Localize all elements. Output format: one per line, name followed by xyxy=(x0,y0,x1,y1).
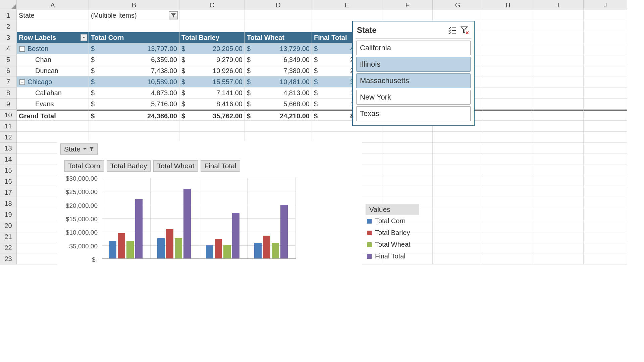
row-header-22[interactable]: 22 xyxy=(0,242,17,253)
row-header-14[interactable]: 14 xyxy=(0,154,17,165)
pivot-cell[interactable]: $6,349.00 xyxy=(245,54,312,65)
pivot-row-label[interactable]: −Chicago xyxy=(17,76,89,87)
col-header-A[interactable]: A xyxy=(17,0,89,10)
row-header-9[interactable]: 9 xyxy=(0,99,17,110)
pivot-cell[interactable]: $7,380.00 xyxy=(245,65,312,76)
chart-series-button[interactable]: Final Total xyxy=(201,160,240,172)
pivot-cell[interactable]: $10,589.00 xyxy=(89,76,179,87)
bar[interactable] xyxy=(166,229,173,258)
bar[interactable] xyxy=(254,243,262,258)
header-total-barley[interactable]: Total Barley xyxy=(179,32,245,43)
row-header-16[interactable]: 16 xyxy=(0,176,17,187)
row-header-11[interactable]: 11 xyxy=(0,121,17,132)
bar[interactable] xyxy=(157,238,165,258)
grand-corn[interactable]: $24,386.00 xyxy=(89,110,179,121)
row-header-19[interactable]: 19 xyxy=(0,209,17,220)
row-header-20[interactable]: 20 xyxy=(0,220,17,231)
row-header-1[interactable]: 1 xyxy=(0,10,17,21)
pivot-cell[interactable]: $5,668.00 xyxy=(245,99,312,110)
pivot-filter-field[interactable]: State xyxy=(17,10,89,21)
bar[interactable] xyxy=(118,233,125,258)
col-header-C[interactable]: C xyxy=(179,0,245,10)
pivot-filter-value[interactable]: (Multiple Items) xyxy=(89,10,179,21)
col-header-H[interactable]: H xyxy=(483,0,533,10)
slicer-item-massachusetts[interactable]: Massachusetts xyxy=(356,73,471,88)
pivot-cell[interactable]: $10,481.00 xyxy=(245,76,312,87)
bar[interactable] xyxy=(272,243,279,258)
row-header-21[interactable]: 21 xyxy=(0,231,17,242)
col-header-G[interactable]: G xyxy=(433,0,483,10)
row-header-23[interactable]: 23 xyxy=(0,253,17,264)
chart-filter-state[interactable]: State xyxy=(60,143,98,155)
row-header-12[interactable]: 12 xyxy=(0,132,17,143)
pivot-cell[interactable]: $20,205.00 xyxy=(179,43,245,54)
pivot-cell[interactable]: $13,729.00 xyxy=(245,43,312,54)
bar[interactable] xyxy=(263,236,270,258)
bar[interactable] xyxy=(109,241,116,258)
row-header-6[interactable]: 6 xyxy=(0,65,17,76)
bar[interactable] xyxy=(175,238,182,258)
chart-series-button[interactable]: Total Corn xyxy=(64,160,104,172)
collapse-icon[interactable]: − xyxy=(19,46,25,52)
bar[interactable] xyxy=(206,245,213,258)
pivot-row-label[interactable]: Callahan xyxy=(17,87,89,99)
header-total-corn[interactable]: Total Corn xyxy=(89,32,179,43)
slicer-item-illinois[interactable]: Illinois xyxy=(356,57,471,72)
header-total-wheat[interactable]: Total Wheat xyxy=(245,32,312,43)
filter-dropdown-icon[interactable] xyxy=(169,11,178,19)
bar[interactable] xyxy=(215,239,222,258)
row-header-15[interactable]: 15 xyxy=(0,165,17,176)
clear-filter-icon[interactable] xyxy=(460,25,470,35)
chart-plot-area[interactable]: $30,000.00$25,000.00$20,000.00$15,000.00… xyxy=(64,175,296,265)
col-header-I[interactable]: I xyxy=(533,0,584,10)
pivot-cell[interactable]: $8,416.00 xyxy=(179,99,245,110)
row-header-4[interactable]: 4 xyxy=(0,43,17,54)
bar[interactable] xyxy=(126,241,134,258)
pivot-cell[interactable]: $6,359.00 xyxy=(89,54,179,65)
multi-select-icon[interactable] xyxy=(447,25,457,35)
slicer-item-california[interactable]: California xyxy=(356,41,471,55)
collapse-icon[interactable]: − xyxy=(19,79,25,85)
row-header-8[interactable]: 8 xyxy=(0,87,17,99)
state-slicer[interactable]: State CaliforniaIllinoisMassachusettsNew… xyxy=(352,21,475,126)
pivot-cell[interactable]: $9,279.00 xyxy=(179,54,245,65)
row-header-10[interactable]: 10 xyxy=(0,110,17,121)
pivot-cell[interactable]: $15,557.00 xyxy=(179,76,245,87)
col-header-J[interactable]: J xyxy=(584,0,627,10)
col-header-D[interactable]: D xyxy=(245,0,312,10)
pivot-cell[interactable]: $10,926.00 xyxy=(179,65,245,76)
pivot-row-label[interactable]: Evans xyxy=(17,99,89,110)
slicer-item-texas[interactable]: Texas xyxy=(356,106,471,121)
bar[interactable] xyxy=(183,189,191,258)
row-labels-header[interactable]: Row Labels xyxy=(17,32,89,43)
bar[interactable] xyxy=(223,245,231,258)
pivot-cell[interactable]: $7,141.00 xyxy=(179,87,245,99)
bar[interactable] xyxy=(232,213,239,258)
row-header-5[interactable]: 5 xyxy=(0,54,17,65)
row-labels-dropdown-icon[interactable] xyxy=(80,34,87,41)
pivot-chart[interactable]: State Total CornTotal BarleyTotal WheatF… xyxy=(57,141,362,273)
chart-series-button[interactable]: Total Barley xyxy=(107,160,151,172)
pivot-cell[interactable]: $13,797.00 xyxy=(89,43,179,54)
grand-barley[interactable]: $35,762.00 xyxy=(179,110,245,121)
pivot-row-label[interactable]: Duncan xyxy=(17,65,89,76)
chart-series-button[interactable]: Total Wheat xyxy=(153,160,198,172)
row-header-2[interactable]: 2 xyxy=(0,21,17,32)
row-header-7[interactable]: 7 xyxy=(0,76,17,87)
grand-total-label[interactable]: Grand Total xyxy=(17,110,89,121)
slicer-item-new-york[interactable]: New York xyxy=(356,90,471,105)
col-header-B[interactable]: B xyxy=(89,0,179,10)
row-header-17[interactable]: 17 xyxy=(0,187,17,198)
col-header-E[interactable]: E xyxy=(312,0,382,10)
bar[interactable] xyxy=(135,199,143,258)
select-all-corner[interactable] xyxy=(0,0,17,10)
bar[interactable] xyxy=(280,205,288,258)
worksheet[interactable]: A B C D E F G H I J 12345678910111213141… xyxy=(0,0,644,362)
pivot-row-label[interactable]: Chan xyxy=(17,54,89,65)
row-header-13[interactable]: 13 xyxy=(0,143,17,154)
pivot-cell[interactable]: $7,438.00 xyxy=(89,65,179,76)
row-header-18[interactable]: 18 xyxy=(0,198,17,209)
pivot-cell[interactable]: $4,813.00 xyxy=(245,87,312,99)
pivot-cell[interactable]: $5,716.00 xyxy=(89,99,179,110)
pivot-cell[interactable]: $4,873.00 xyxy=(89,87,179,99)
